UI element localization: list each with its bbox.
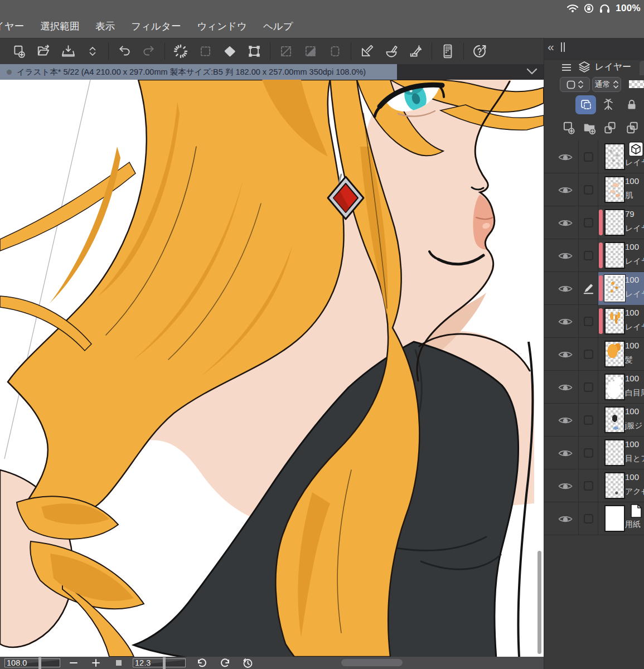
help-button[interactable] [467, 42, 492, 61]
layer-main-cell[interactable]: 100 レイヤー [598, 272, 644, 305]
layer-thumbnail[interactable] [604, 406, 625, 433]
save-file-button[interactable] [56, 42, 80, 61]
layer-checkbox[interactable] [584, 415, 593, 425]
layer-row[interactable]: 79 レイヤー [544, 206, 644, 239]
tab-next-panel[interactable] [640, 61, 644, 75]
layer-row[interactable]: 100 肌 [544, 173, 644, 206]
layer-checkbox[interactable] [584, 152, 593, 162]
menu-item[interactable]: フィルター [131, 20, 181, 33]
tab-layers[interactable]: レイヤー [578, 60, 631, 74]
layer-visibility-toggle[interactable] [544, 371, 579, 404]
layer-thumbnail[interactable] [604, 176, 625, 203]
menu-item[interactable]: 表示 [95, 20, 115, 33]
layer-thumbnail[interactable] [604, 275, 625, 302]
redo-button[interactable] [137, 42, 161, 61]
brush-size-handle[interactable] [163, 657, 166, 669]
redo-icon[interactable] [217, 657, 233, 669]
layer-visibility-toggle[interactable] [544, 437, 579, 469]
panel-drag-handle[interactable] [561, 42, 565, 52]
snap-to-grid-button[interactable] [404, 42, 428, 61]
canvas-viewport[interactable] [0, 80, 544, 657]
undo-button[interactable] [112, 42, 137, 61]
layer-checkbox-cell[interactable] [579, 305, 598, 338]
menu-item[interactable]: 選択範囲 [40, 20, 79, 33]
layer-main-cell[interactable]: 100 肌 [598, 173, 644, 206]
layer-main-cell[interactable]: 100 レイヤー [598, 305, 644, 338]
layer-checkbox[interactable] [584, 218, 593, 227]
layer-main-cell[interactable]: 100 髪 [598, 338, 644, 371]
layer-checkbox-cell[interactable] [579, 469, 598, 502]
layer-main-cell[interactable]: 100 目とア [598, 437, 644, 469]
layer-checkbox[interactable] [584, 448, 593, 458]
layer-checkbox-cell[interactable] [579, 140, 598, 173]
layer-row[interactable]: 100 目とア [544, 437, 644, 469]
layer-row[interactable]: レイヤー [544, 140, 644, 173]
layer-type-select[interactable] [560, 77, 590, 92]
layer-thumbnail[interactable] [604, 374, 625, 400]
zoom-slider-handle[interactable] [38, 657, 41, 669]
zoom-out-icon[interactable] [67, 657, 80, 669]
layer-visibility-toggle[interactable] [544, 173, 579, 206]
opacity-slider[interactable] [629, 80, 644, 88]
layer-thumbnail[interactable] [604, 505, 625, 532]
menu-item[interactable]: ヘルプ [263, 20, 293, 33]
panel-collapse-icon[interactable]: « [548, 40, 554, 54]
clip-to-layer-below-button[interactable] [575, 95, 596, 114]
layer-checkbox[interactable] [584, 382, 593, 392]
layer-main-cell[interactable]: 79 レイヤー [598, 206, 644, 239]
layer-visibility-toggle[interactable] [544, 206, 579, 239]
layer-checkbox[interactable] [584, 185, 593, 195]
combine-to-new-layer-button[interactable] [601, 119, 619, 137]
zoom-slider[interactable]: 108.0 [4, 658, 60, 667]
layer-checkbox-cell[interactable] [579, 272, 598, 305]
zoom-in-icon[interactable] [89, 657, 103, 669]
transform-frame-button[interactable] [242, 42, 267, 61]
merge-down-button[interactable] [623, 119, 641, 137]
menu-item[interactable]: ウィンドウ [197, 20, 247, 33]
layer-checkbox-cell[interactable] [579, 502, 598, 535]
layer-row[interactable]: 100 レイヤー [544, 305, 644, 338]
select-area-button[interactable] [193, 42, 217, 61]
layer-checkbox-cell[interactable] [579, 338, 598, 371]
layer-thumbnail[interactable] [604, 143, 625, 170]
toolbar-expand-button[interactable] [80, 42, 105, 61]
canvas-horizontal-scrollbar[interactable] [341, 659, 403, 666]
menu-item[interactable]: レイヤー [0, 20, 24, 33]
layer-visibility-toggle[interactable] [544, 469, 579, 502]
layer-main-cell[interactable]: 100 レイヤー [598, 239, 644, 272]
layer-main-cell[interactable]: 100 j服ジ [598, 404, 644, 437]
layer-checkbox[interactable] [584, 317, 593, 326]
snap-to-ruler-button[interactable] [355, 42, 379, 61]
layer-main-cell[interactable]: 100 白目周 [598, 371, 644, 404]
stop-icon[interactable] [113, 657, 124, 669]
layer-checkbox[interactable] [584, 251, 593, 260]
layer-checkbox[interactable] [584, 514, 593, 523]
layer-checkbox-cell[interactable] [579, 239, 598, 272]
layer-thumbnail[interactable] [604, 472, 625, 499]
selection-border-button[interactable] [323, 42, 347, 61]
layer-thumbnail[interactable] [604, 439, 625, 466]
new-folder-button[interactable] [580, 119, 598, 137]
layer-row[interactable]: 100 アクセ [544, 469, 644, 502]
layer-visibility-toggle[interactable] [544, 404, 579, 437]
layer-checkbox-cell[interactable] [579, 206, 598, 239]
layer-checkbox-cell[interactable] [579, 371, 598, 404]
layer-thumbnail[interactable] [604, 341, 625, 367]
layer-main-cell[interactable]: レイヤー [598, 140, 644, 173]
layer-visibility-toggle[interactable] [544, 305, 579, 338]
layer-row[interactable]: 100 髪 [544, 338, 644, 371]
layer-checkbox[interactable] [584, 350, 593, 359]
tab-list-chevron-icon[interactable] [526, 67, 538, 77]
layer-thumbnail[interactable] [604, 308, 625, 334]
companion-mode-button[interactable] [435, 42, 460, 61]
layer-row[interactable]: 100 レイヤー [544, 272, 644, 305]
layer-main-cell[interactable]: 用紙 [598, 502, 644, 535]
layer-main-cell[interactable]: 100 アクセ [598, 469, 644, 502]
light-table-button[interactable] [600, 96, 617, 113]
layer-row[interactable]: 100 レイヤー [544, 239, 644, 272]
layer-visibility-toggle[interactable] [544, 140, 579, 173]
layer-checkbox[interactable] [584, 481, 593, 491]
layer-thumbnail[interactable] [604, 209, 625, 236]
layer-row[interactable]: 100 j服ジ [544, 404, 644, 437]
panel-menu-icon[interactable] [562, 64, 571, 72]
